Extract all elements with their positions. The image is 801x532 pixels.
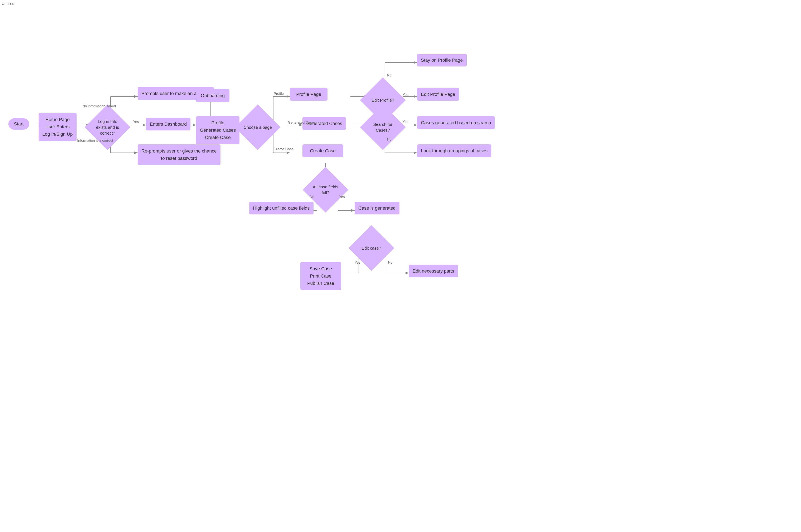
case-generated-node: Case is generated [354, 202, 399, 214]
re-prompts-label: Re-prompts user or gives the chanceto re… [138, 145, 220, 165]
page-title: Untitled [2, 2, 14, 6]
label-yes-search: Yes [403, 120, 408, 124]
label-profile: Profile [274, 92, 284, 96]
save-print-publish-node: Save CasePrint CasePublish Case [301, 262, 341, 290]
edit-case-decision-label: Edit case? [362, 245, 381, 251]
label-info-incorrect: Information is incorrect [77, 138, 113, 143]
dashboard-pages-label: ProfileGenerated CasesCreate Case [196, 116, 239, 144]
create-case-label: Create Case [303, 145, 343, 157]
home-page-label: Home PageUser EntersLog In/Sign Up [39, 113, 76, 141]
choose-page-node: Choose a page [241, 111, 274, 144]
home-page-node: Home PageUser EntersLog In/Sign Up [39, 113, 76, 141]
edit-profile-page-node: Edit Profile Page [417, 88, 459, 101]
label-yes-login: Yes [133, 120, 139, 124]
all-fields-decision-node: All case fieldsfull? [309, 173, 342, 206]
dashboard-pages-node: ProfileGenerated CasesCreate Case [196, 116, 239, 144]
edit-necessary-node: Edit necessary parts [409, 265, 458, 277]
start-node: Start [8, 118, 29, 130]
edit-profile-page-label: Edit Profile Page [417, 88, 459, 101]
label-generated-cases-edge: Generated Cases [288, 120, 315, 125]
stay-profile-label: Stay on Profile Page [417, 54, 467, 66]
all-fields-decision-label: All case fieldsfull? [313, 184, 338, 195]
profile-page-node: Profile Page [290, 88, 327, 101]
look-through-label: Look through groupings of cases [417, 145, 491, 157]
label-no-edit-profile: No [387, 73, 392, 77]
onboarding-label: Onboarding [196, 89, 230, 102]
flowchart: Start Home PageUser EntersLog In/Sign Up… [0, 0, 801, 532]
case-generated-label: Case is generated [354, 202, 399, 214]
search-cases-decision-label: Search forCases? [373, 121, 393, 133]
edit-case-decision-node: Edit case? [354, 231, 388, 265]
highlight-unfilled-label: Highlight unfilled case fields [249, 202, 313, 214]
label-no-edit-case: No [388, 261, 393, 265]
edit-profile-decision-label: Edit Profile? [371, 97, 394, 103]
profile-page-label: Profile Page [290, 88, 327, 101]
cases-search-node: Cases generated based on search [417, 116, 495, 129]
label-create-case-edge: Create Case [274, 147, 293, 151]
enters-dashboard-label: Enters Dashboard [146, 118, 190, 130]
highlight-unfilled-node: Highlight unfilled case fields [249, 202, 313, 214]
label-no-info: No information saved [83, 104, 116, 108]
label-yes-edit-case: Yes [354, 261, 361, 265]
label-yes-fields: Yes [339, 195, 345, 199]
start-label: Start [8, 118, 29, 130]
re-prompts-node: Re-prompts user or gives the chanceto re… [138, 145, 220, 165]
edit-necessary-label: Edit necessary parts [409, 265, 458, 277]
search-cases-decision-node: Search forCases? [366, 111, 399, 144]
label-no-search: No [387, 137, 392, 142]
label-no-fields: No [310, 195, 314, 199]
onboarding-node: Onboarding [196, 89, 230, 102]
enters-dashboard-node: Enters Dashboard [146, 118, 190, 130]
look-through-node: Look through groupings of cases [417, 145, 491, 157]
choose-page-label: Choose a page [243, 124, 272, 130]
login-decision-label: Log in Infoexists and iscorrect? [96, 118, 119, 136]
label-yes-edit-profile: Yes [403, 93, 408, 97]
stay-profile-node: Stay on Profile Page [417, 54, 467, 66]
flowchart-svg [0, 0, 801, 532]
cases-search-label: Cases generated based on search [417, 116, 495, 129]
save-print-publish-label: Save CasePrint CasePublish Case [301, 262, 341, 290]
create-case-node: Create Case [303, 145, 343, 157]
